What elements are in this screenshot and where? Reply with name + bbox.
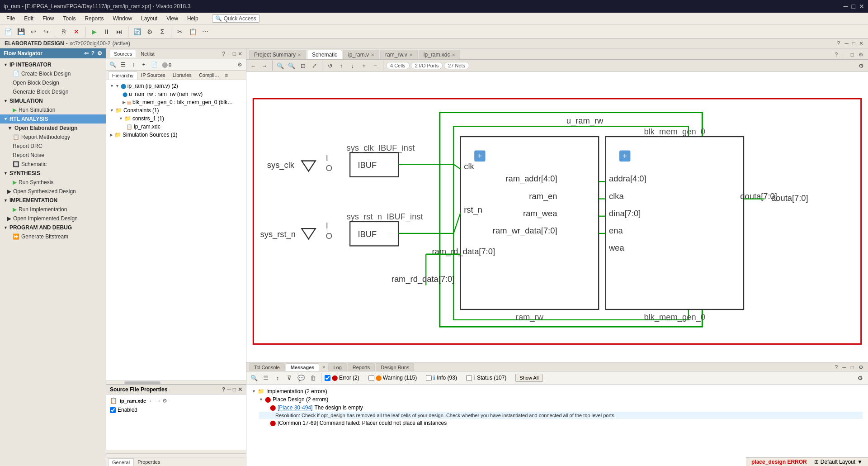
- props-back-arrow[interactable]: ←: [149, 398, 154, 404]
- menu-window[interactable]: Window: [108, 14, 137, 23]
- delete-btn[interactable]: ✕: [71, 26, 82, 37]
- show-all-button[interactable]: Show All: [515, 374, 542, 382]
- sch-refresh-btn[interactable]: ↺: [325, 61, 335, 71]
- error1-id[interactable]: [Place 30-494]: [278, 404, 312, 411]
- sch-back-btn[interactable]: ←: [248, 61, 258, 71]
- tab-ram-rw-close[interactable]: ✕: [409, 52, 413, 57]
- sch-add-btn[interactable]: +: [359, 61, 369, 71]
- nav-open-implemented[interactable]: ▶ Open Implemented Design: [0, 214, 106, 223]
- tab-libraries[interactable]: Libraries: [169, 71, 195, 80]
- sch-remove-btn[interactable]: −: [370, 61, 380, 71]
- run-btn[interactable]: ▶: [89, 26, 99, 37]
- schematic-canvas[interactable]: sys_clk I O IBUF sys_clk_IBUF_inst sys_r…: [246, 72, 868, 362]
- menu-layout[interactable]: Layout: [137, 14, 162, 23]
- minimize-panel-icon[interactable]: ─: [844, 40, 849, 47]
- msg-filter-btn[interactable]: ☰: [261, 373, 271, 383]
- tab-ip-sources[interactable]: IP Sources: [137, 71, 169, 80]
- bottom-tab-log[interactable]: Log: [328, 363, 346, 371]
- nav-report-methodology[interactable]: 📋 Report Methodology: [0, 133, 106, 142]
- tab-xdc-close[interactable]: ✕: [452, 52, 455, 57]
- nav-create-block-design[interactable]: 📄 Create Block Design: [0, 69, 106, 78]
- msg-trash-btn[interactable]: 🗑: [308, 373, 318, 383]
- menu-view[interactable]: View: [162, 14, 183, 23]
- sources-min-icon[interactable]: ─: [227, 51, 231, 57]
- tab-netlist[interactable]: Netlist: [137, 50, 158, 57]
- bottom-settings-icon[interactable]: ⚙: [857, 364, 865, 371]
- menu-flow[interactable]: Flow: [38, 14, 58, 23]
- sources-settings-btn[interactable]: ⚙: [235, 60, 244, 69]
- sch-fit-btn[interactable]: ⊡: [298, 61, 308, 71]
- settings-btn[interactable]: ⚙: [144, 26, 155, 37]
- menu-tools[interactable]: Tools: [58, 14, 80, 23]
- bottom-tab-tcl[interactable]: Tcl Console: [249, 363, 285, 371]
- tree-constrs-1[interactable]: ▼ 📁 constrs_1 (1): [106, 114, 246, 123]
- tree-ip-ram[interactable]: ▼ ▼ ⬤ ip_ram (ip_ram.v) (2): [106, 82, 246, 90]
- tab-bar-max[interactable]: □: [849, 52, 856, 58]
- props-help-icon[interactable]: ?: [222, 386, 225, 393]
- msg-chat-btn[interactable]: 💬: [296, 373, 306, 383]
- sch-fwd-btn[interactable]: →: [259, 61, 269, 71]
- tab-bar-help[interactable]: ?: [833, 52, 840, 58]
- bottom-min-icon[interactable]: ─: [840, 364, 848, 371]
- maximize-button[interactable]: □: [852, 3, 855, 10]
- msg-funnel-btn[interactable]: ⊽: [284, 373, 294, 383]
- sources-doc-btn[interactable]: 📄: [150, 60, 159, 69]
- msg-search-btn[interactable]: 🔍: [249, 373, 259, 383]
- flow-nav-help-icon[interactable]: ?: [91, 50, 94, 57]
- tab-ip-ram-xdc[interactable]: ip_ram.xdc ✕: [419, 50, 461, 59]
- tree-u-ram-rw[interactable]: ⬤ u_ram_rw : ram_rw (ram_rw.v): [106, 90, 246, 98]
- tree-constraints[interactable]: ▼ 📁 Constraints (1): [106, 106, 246, 114]
- nav-section-program[interactable]: ▼ PROGRAM AND DEBUG: [0, 223, 106, 232]
- nav-section-synthesis[interactable]: ▼ SYNTHESIS: [0, 169, 106, 178]
- close-button[interactable]: ✕: [859, 3, 864, 10]
- menu-edit[interactable]: Edit: [19, 14, 38, 23]
- more-tabs-icon[interactable]: ≡: [223, 71, 230, 80]
- nav-generate-bitstream[interactable]: ⏩ Generate Bitstream: [0, 232, 106, 241]
- tree-xdc[interactable]: 📋 ip_ram.xdc: [106, 123, 246, 131]
- nav-open-elaborated[interactable]: ▼ Open Elaborated Design: [0, 124, 106, 133]
- sources-hscroll[interactable]: [106, 380, 246, 384]
- props-min-icon[interactable]: ─: [227, 386, 231, 393]
- new-file-btn[interactable]: 📄: [3, 26, 14, 37]
- tab-project-summary[interactable]: Project Summary ✕: [249, 50, 306, 59]
- sources-close-icon[interactable]: ✕: [238, 51, 242, 57]
- sum-btn[interactable]: Σ: [157, 26, 168, 37]
- msg-sort-btn[interactable]: ↕: [273, 373, 283, 383]
- sch-io-stat[interactable]: 2 I/O Ports: [411, 62, 443, 69]
- error-checkbox[interactable]: [325, 375, 330, 381]
- bottom-tab-close[interactable]: ✕: [320, 365, 327, 370]
- props-max-icon[interactable]: □: [233, 386, 236, 393]
- props-fwd-arrow[interactable]: →: [156, 398, 161, 404]
- sch-prev-btn[interactable]: ↑: [336, 61, 346, 71]
- cut-btn[interactable]: ✂: [175, 26, 185, 37]
- nav-section-rtl[interactable]: ▼ RTL ANALYSIS: [0, 114, 106, 124]
- nav-open-block-design[interactable]: Open Block Design: [0, 78, 106, 87]
- props-tab-properties[interactable]: Properties: [134, 458, 164, 466]
- tab-ip-ram-close[interactable]: ✕: [371, 52, 374, 57]
- nav-run-synthesis[interactable]: ▶ Run Synthesis: [0, 178, 106, 187]
- sch-cells-stat[interactable]: 4 Cells: [386, 62, 410, 69]
- flow-nav-settings-icon[interactable]: ⚙: [97, 50, 102, 57]
- redo-btn[interactable]: ↪: [41, 26, 52, 37]
- menu-help[interactable]: Help: [183, 14, 203, 23]
- props-close-icon[interactable]: ✕: [238, 386, 242, 393]
- layout-dropdown-icon[interactable]: ▼: [857, 459, 863, 465]
- tree-sim-sources[interactable]: ▶ 📁 Simulation Sources (1): [106, 131, 246, 139]
- nav-report-drc[interactable]: Report DRC: [0, 142, 106, 151]
- nav-open-synthesized[interactable]: ▶ Open Synthesized Design: [0, 187, 106, 196]
- tab-bar-settings[interactable]: ⚙: [857, 52, 865, 58]
- tab-sources[interactable]: Sources: [110, 50, 136, 57]
- props-hscroll[interactable]: [106, 453, 246, 457]
- tab-compile[interactable]: Compil…: [195, 71, 223, 80]
- bottom-tab-reports[interactable]: Reports: [348, 363, 375, 371]
- tab-schematic[interactable]: Schematic: [307, 50, 342, 59]
- warning-checkbox[interactable]: [368, 375, 374, 381]
- tab-bar-min[interactable]: ─: [840, 52, 848, 58]
- more-btn[interactable]: ⋯: [200, 26, 211, 37]
- props-tab-general[interactable]: General: [108, 458, 134, 466]
- tree-blk-mem[interactable]: ▶ ▤ blk_mem_gen_0 : blk_mem_gen_0 (blk…: [106, 98, 246, 106]
- expand-panel-icon[interactable]: □: [852, 40, 855, 47]
- status-checkbox[interactable]: [466, 375, 472, 381]
- sch-zoom-out-btn[interactable]: 🔍: [287, 61, 297, 71]
- nav-run-implementation[interactable]: ▶ Run Implementation: [0, 205, 106, 214]
